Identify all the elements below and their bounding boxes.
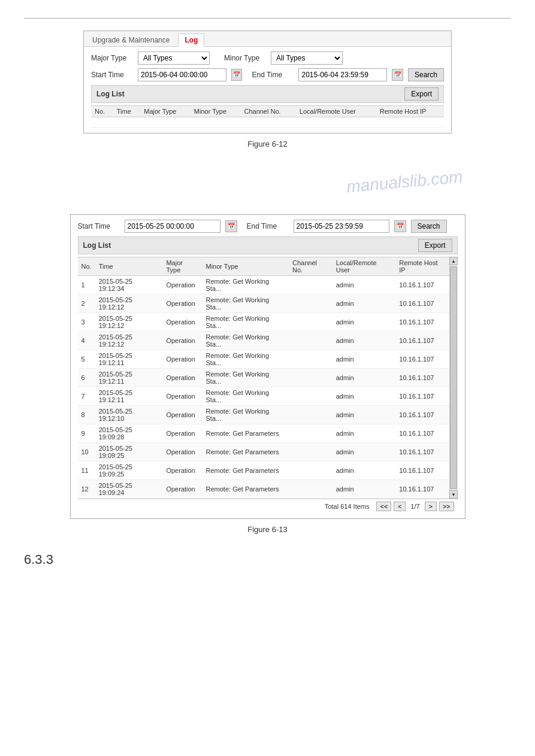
major-type-select[interactable]: All Types: [138, 51, 210, 65]
col-minor-type: Minor Type: [191, 106, 241, 117]
table-row: 22015-05-25 19:12:12OperationRemote: Get…: [78, 294, 449, 313]
col-time: Time: [113, 106, 141, 117]
page-first-btn[interactable]: <<: [376, 502, 391, 511]
table-row: 92015-05-25 19:09:28OperationRemote: Get…: [78, 424, 449, 443]
page-prev-btn[interactable]: <: [394, 502, 406, 511]
start-time-label: Start Time: [91, 71, 133, 79]
minor-type-select[interactable]: All Types: [271, 51, 343, 65]
col-minor-type-13: Minor Type: [202, 257, 289, 276]
col-user: Local/Remote User: [296, 106, 376, 117]
pagination-total: Total 614 Items: [325, 503, 370, 510]
minor-type-label: Minor Type: [224, 54, 266, 62]
table-scroll-wrap: No. Time Major Type Minor Type Channel N…: [78, 257, 449, 499]
col-ip-13: Remote Host IP: [395, 257, 449, 276]
search-button[interactable]: Search: [408, 68, 444, 81]
section-633-heading: 6.3.3: [24, 552, 511, 567]
col-channel: Channel No.: [240, 106, 295, 117]
major-type-label: Major Type: [91, 54, 133, 62]
figure13-caption: Figure 6-13: [24, 525, 511, 534]
tab-upgrade-maintenance[interactable]: Upgrade & Maintenance: [89, 34, 173, 46]
panel13-body: Start Time 📅 End Time 📅 Search Log List …: [71, 215, 465, 518]
end-time-label-13: End Time: [247, 222, 289, 230]
page-number: 1/7: [408, 502, 422, 511]
table-row: 112015-05-25 19:09:25OperationRemote: Ge…: [78, 462, 449, 480]
form13-row-times: Start Time 📅 End Time 📅 Search: [78, 220, 458, 233]
scrollbar[interactable]: ▲ ▼: [449, 257, 458, 499]
table-row: 62015-05-25 19:12:11OperationRemote: Get…: [78, 369, 449, 387]
col-channel-13: Channel No.: [289, 257, 333, 276]
table-scroll-container: No. Time Major Type Minor Type Channel N…: [78, 257, 458, 499]
start-time-label-13: Start Time: [78, 222, 120, 230]
table-row: 122015-05-25 19:09:24OperationRemote: Ge…: [78, 480, 449, 499]
figure12-caption: Figure 6-12: [24, 139, 511, 148]
scrollbar-down-btn[interactable]: ▼: [449, 490, 458, 499]
figure13-panel: Start Time 📅 End Time 📅 Search Log List …: [70, 214, 466, 519]
table-row: 52015-05-25 19:12:11OperationRemote: Get…: [78, 350, 449, 369]
export-button-13[interactable]: Export: [418, 239, 452, 252]
page-next-btn[interactable]: >: [425, 502, 437, 511]
end-time-input[interactable]: [298, 68, 387, 81]
scrollbar-thumb[interactable]: [450, 266, 457, 489]
table-row: 12015-05-25 19:12:34OperationRemote: Get…: [78, 276, 449, 294]
col-ip: Remote Host IP: [376, 106, 444, 117]
watermark-area: manualslib.com: [24, 160, 511, 208]
pagination-bar: Total 614 Items << < 1/7 > >>: [78, 499, 458, 514]
log-list-label-13: Log List: [83, 241, 111, 250]
table-row: [91, 117, 444, 128]
minor-type-select-wrapper: All Types: [271, 51, 343, 65]
table-row: 82015-05-25 19:12:10OperationRemote: Get…: [78, 406, 449, 424]
major-type-select-wrapper: All Types: [138, 51, 210, 65]
log-table-12: No. Time Major Type Minor Type Channel N…: [91, 105, 444, 128]
start-time-input[interactable]: [138, 68, 226, 81]
form-row-types: Major Type All Types Minor Type All Type…: [91, 51, 444, 65]
page-last-btn[interactable]: >>: [439, 502, 454, 511]
figure12-panel: Upgrade & Maintenance Log Major Type All…: [83, 31, 452, 133]
panel-tabs: Upgrade & Maintenance Log: [84, 31, 451, 47]
col-time-13: Time: [95, 257, 163, 276]
log-list-bar: Log List Export: [91, 85, 444, 103]
panel12-body: Major Type All Types Minor Type All Type…: [84, 47, 451, 133]
scrollbar-up-btn[interactable]: ▲: [449, 257, 458, 265]
export-button[interactable]: Export: [404, 87, 439, 101]
start-time-calendar-icon-13[interactable]: 📅: [225, 220, 237, 232]
table-row: 102015-05-25 19:09:25OperationRemote: Ge…: [78, 443, 449, 462]
col-major-type: Major Type: [140, 106, 191, 117]
log-list-label: Log List: [96, 90, 125, 98]
table-header-row: No. Time Major Type Minor Type Channel N…: [91, 106, 444, 117]
end-time-label: End Time: [252, 71, 294, 79]
log-table-13: No. Time Major Type Minor Type Channel N…: [78, 257, 449, 499]
end-time-calendar-icon-13[interactable]: 📅: [394, 220, 406, 232]
form-row-times: Start Time 📅 End Time 📅 Search: [91, 68, 444, 81]
start-time-input-13[interactable]: [125, 220, 220, 233]
tab-log[interactable]: Log: [178, 34, 204, 47]
end-time-input-13[interactable]: [294, 220, 389, 233]
watermark-text: manualslib.com: [346, 168, 464, 197]
col-no: No.: [91, 106, 113, 117]
table-row: 32015-05-25 19:12:12OperationRemote: Get…: [78, 313, 449, 332]
table-header-row-13: No. Time Major Type Minor Type Channel N…: [78, 257, 449, 276]
col-major-type-13: Major Type: [162, 257, 202, 276]
table-row: 42015-05-25 19:12:12OperationRemote: Get…: [78, 332, 449, 350]
col-no-13: No.: [78, 257, 95, 276]
col-user-13: Local/Remote User: [333, 257, 396, 276]
end-time-calendar-icon[interactable]: 📅: [392, 69, 403, 81]
start-time-calendar-icon[interactable]: 📅: [231, 69, 243, 81]
table-row: 72015-05-25 19:12:11OperationRemote: Get…: [78, 387, 449, 406]
search-button-13[interactable]: Search: [411, 220, 447, 233]
log-list-bar-13: Log List Export: [78, 236, 458, 254]
top-divider: [24, 18, 511, 19]
